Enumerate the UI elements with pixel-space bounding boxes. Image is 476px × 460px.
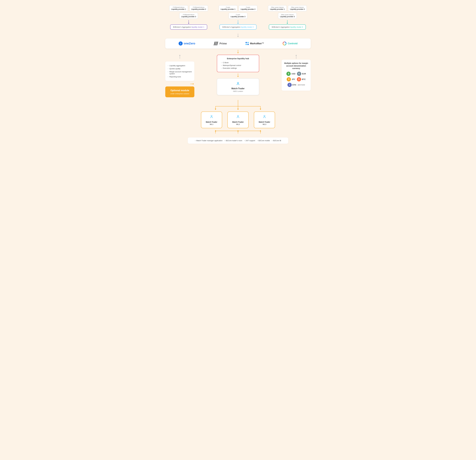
marksman-logo: MarksMan™ [245,42,264,45]
arrow-cluster3 [287,20,288,24]
prime-logo: Prime [214,42,227,45]
svg-line-14 [239,82,239,83]
match-trader-svg [235,81,241,87]
wl-vert-line [238,100,238,102]
wl-connector-down [238,100,238,104]
wl-left-drop [238,102,238,104]
prime-label: Prime [220,42,227,45]
lp-top-row-2: Crypto Liquidity provider 1 Crypto Liqui… [219,5,257,11]
bf-item-4: – B2Core mobile [257,140,270,142]
orange-arrow-down-2 [237,74,239,77]
enterprise-hub-box: Enterprise liquidity hub C-Book Markups/… [217,55,259,72]
lp2-name1: Liquidity provider 1 [221,8,235,10]
lp2-cat3: Crypto [231,14,245,16]
lp3-cat3: Other asset classes [280,14,295,16]
cluster2-link: liquidity cluster 2 [241,26,254,28]
usd-label: USD [291,73,295,75]
btc-icon: ₿ [297,77,301,81]
left-arrow-up [179,55,180,59]
right-arrow-line [296,56,296,59]
arrow-right-1 [190,83,194,85]
lp-top-row-1: FX/Metals/Indices Liquidity provider 1 F… [169,5,208,11]
currency-btc: ₿ BTC [297,77,306,81]
svg-point-27 [238,115,238,116]
cluster1-text: B2Broker's Aggregation [173,26,191,28]
arrow-right-line-1 [190,84,193,84]
arrow-head-teal3 [287,23,288,24]
orange-line-2 [238,74,238,76]
svg-line-33 [264,115,264,116]
wl3-name: Match·Trader [258,121,271,123]
gray-arrow-1 [237,33,239,37]
cluster2-text: B2Broker's Aggregation [222,26,240,28]
lp1-cat1: FX/Metals/Indices [171,7,186,8]
wl-horiz-connector [238,102,238,104]
wl1-icon [205,115,218,120]
arrow-head-blue2 [237,23,239,24]
lp1-cat3: FX/Metals/Indices [181,14,196,16]
svg-point-8 [247,44,249,45]
orange-head-2 [237,76,239,77]
jpy-label: JPY [292,78,295,80]
onezero-label: oneZero [184,42,195,45]
bf-item-1: – Match-Trader manager application [195,140,222,142]
orange-arrow-down-1 [237,50,239,53]
lp2-name3: Liquidity provider 3 [231,16,245,17]
currency-row-1: $ USD € EUR [284,72,309,76]
lp3-bottom: Other asset classes Liquidity provider 3 [278,13,297,19]
aggregators-bar: 1 oneZero Prime MarksMan™ [165,38,311,49]
left-panel: Liquidity aggregation Quotes quality Mar… [165,55,194,97]
lp1-name3: Liquidity provider 3 [181,16,196,17]
match-trader-name: Match·Trader [221,87,255,90]
feature-item-2: Quotes quality [168,67,192,70]
bf-item-5: – B2Core IB [272,140,281,142]
match-trader-center-box: Match·Trader AWS London [217,78,259,95]
currency-row-2: ¥ JPY ₿ BTC [284,77,309,81]
bf-item-2: – B2Core trader's room [224,140,242,142]
arrow-line-blue2 [238,20,238,23]
lp3-box1: Other asset classes Liquidity provider 1 [268,5,287,11]
feature-item-1: Liquidity aggregation [168,64,192,67]
lp3-box3: Other asset classes Liquidity provider 3 [278,13,297,19]
arrow-head-purple1 [188,23,189,24]
lp2-bottom: Crypto Liquidity provider 3 [229,13,247,19]
centroid-logo: Centroid [282,41,298,46]
wl3-icon [258,115,271,120]
main-diagram: FX/Metals/Indices Liquidity provider 1 F… [165,5,311,144]
svg-line-26 [212,115,212,116]
marksman-label: MarksMan™ [250,42,264,45]
cluster3-link: liquidity cluster 3 [290,26,303,28]
wl2-name: Match·Trader [232,121,244,123]
lp3-box2: Other asset classes Liquidity provider 2 [288,5,307,11]
orange-head-1 [237,52,239,53]
features-list: Liquidity aggregation Quotes quality Mar… [168,64,192,78]
gray-head-1 [237,36,239,37]
btc-label: BTC [302,78,306,80]
svg-text:1: 1 [180,42,181,45]
arrow-cluster1 [188,20,189,24]
lp1-box3: FX/Metals/Indices Liquidity provider 3 [179,13,198,19]
cluster3-text: B2Broker's Aggregation [272,26,290,28]
ent-item-2: Markups/Spread control [221,64,255,67]
wl-box-1: Match·Trader WL1 [201,112,222,128]
eur-icon: € [297,72,301,76]
center-arrow-down [165,33,311,37]
wl-top-connector [165,100,311,104]
onezero-logo: 1 oneZero [178,41,195,46]
wl1-label: WL1 [205,123,218,125]
left-arrow-line [180,56,180,59]
right-arrow-head-up [296,55,297,56]
svg-point-23 [211,115,212,116]
lp1-bottom: FX/Metals/Indices Liquidity provider 3 [179,13,198,19]
feature-item-4: Reporting tools [168,75,192,78]
lp2-cat1: Crypto [221,7,235,8]
svg-point-6 [247,42,249,43]
cluster1-link: liquidity cluster 1 [192,26,204,28]
lp1-name1: Liquidity provider 1 [171,8,186,10]
bottom-features-bar: – Match-Trader manager application – B2C… [188,137,288,144]
right-arrow-up [296,55,297,59]
currency-title: Multiple options for margin account deno… [284,62,309,70]
middle-section: Liquidity aggregation Quotes quality Mar… [165,55,311,97]
lp2-cat2: Crypto [241,7,255,8]
lp3-cat1: Other asset classes [270,7,285,8]
